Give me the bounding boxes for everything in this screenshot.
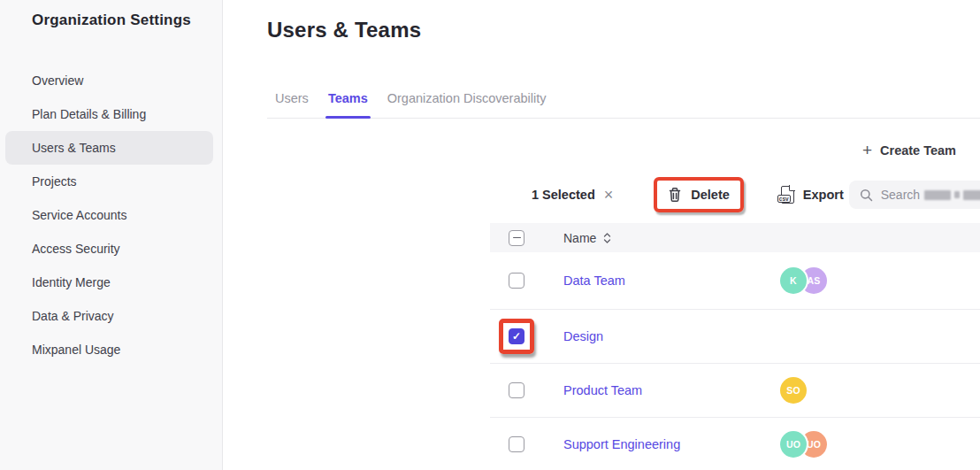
delete-label: Delete (691, 188, 730, 202)
sidebar-item-users-teams[interactable]: Users & Teams (5, 131, 213, 165)
create-team-label: Create Team (880, 143, 956, 158)
selection-summary: 1 Selected × (532, 187, 613, 203)
csv-file-icon: csv (779, 186, 794, 204)
sidebar-item-identity-merge[interactable]: Identity Merge (5, 266, 213, 299)
sidebar-item-access-security[interactable]: Access Security (5, 232, 213, 266)
export-button[interactable]: csv Export (774, 179, 849, 211)
row-checkbox[interactable] (509, 382, 524, 398)
team-name-link[interactable]: Data Team (563, 274, 625, 288)
redacted-org-name (924, 189, 980, 200)
create-team-button[interactable]: + Create Team (862, 143, 956, 158)
avatar: UO (780, 431, 807, 458)
member-avatars: KAS (780, 267, 827, 294)
team-name-link[interactable]: Design (563, 329, 603, 343)
main-content: Users & Teams UsersTeamsOrganization Dis… (223, 0, 980, 470)
table-row: Support Engineering UOUO (490, 418, 980, 470)
sidebar-item-mixpanel-usage[interactable]: Mixpanel Usage (5, 333, 213, 366)
table-header-row: Name (490, 223, 980, 252)
sort-icon (603, 233, 611, 243)
tab-users[interactable]: Users (267, 91, 317, 118)
organization-settings-page: Organization Settings OverviewPlan Detai… (0, 0, 980, 470)
sidebar-item-projects[interactable]: Projects (5, 165, 213, 198)
sidebar-title: Organization Settings (0, 0, 222, 29)
team-name-link[interactable]: Product Team (563, 383, 642, 397)
trash-icon (668, 187, 682, 203)
page-title: Users & Teams (267, 18, 421, 42)
settings-sidebar: Organization Settings OverviewPlan Detai… (0, 0, 223, 470)
table-body: Data Team KAS Design Product Team SO (490, 252, 980, 470)
tab-bar: UsersTeamsOrganization Discoverability (267, 78, 980, 119)
table-row: Design (490, 310, 980, 364)
sidebar-nav: OverviewPlan Details & BillingUsers & Te… (0, 64, 222, 366)
plus-icon: + (862, 144, 872, 157)
export-label: Export (803, 188, 844, 202)
selection-toolbar: 1 Selected × Delete (490, 177, 956, 212)
row-checkbox[interactable] (509, 436, 524, 452)
selected-count: 1 Selected (532, 188, 595, 202)
table-row: Data Team KAS (490, 252, 980, 310)
table-row: Product Team SO (490, 364, 980, 418)
tab-teams[interactable]: Teams (320, 91, 376, 118)
avatar: K (780, 267, 807, 294)
row-checkbox[interactable] (509, 273, 524, 289)
member-avatars: UOUO (780, 431, 827, 458)
search-placeholder: Search teams (881, 188, 980, 202)
tab-organization-discoverability[interactable]: Organization Discoverability (379, 91, 555, 118)
search-teams-input[interactable]: Search teams (849, 181, 980, 209)
member-avatars: SO (780, 377, 807, 404)
name-column-header[interactable]: Name (563, 231, 780, 245)
sidebar-item-overview[interactable]: Overview (5, 64, 213, 97)
sidebar-item-service-accounts[interactable]: Service Accounts (5, 198, 213, 232)
team-name-link[interactable]: Support Engineering (563, 437, 680, 451)
sidebar-item-plan-details-billing[interactable]: Plan Details & Billing (5, 97, 213, 131)
delete-button[interactable]: Delete (662, 180, 735, 210)
search-icon (860, 189, 873, 202)
clear-selection-icon[interactable]: × (604, 187, 614, 203)
teams-table: Name Data Team KAS (490, 223, 980, 470)
row-checkbox[interactable] (509, 328, 524, 344)
avatar: SO (780, 377, 807, 404)
select-all-checkbox[interactable] (509, 230, 524, 246)
sidebar-item-data-privacy[interactable]: Data & Privacy (5, 299, 213, 333)
